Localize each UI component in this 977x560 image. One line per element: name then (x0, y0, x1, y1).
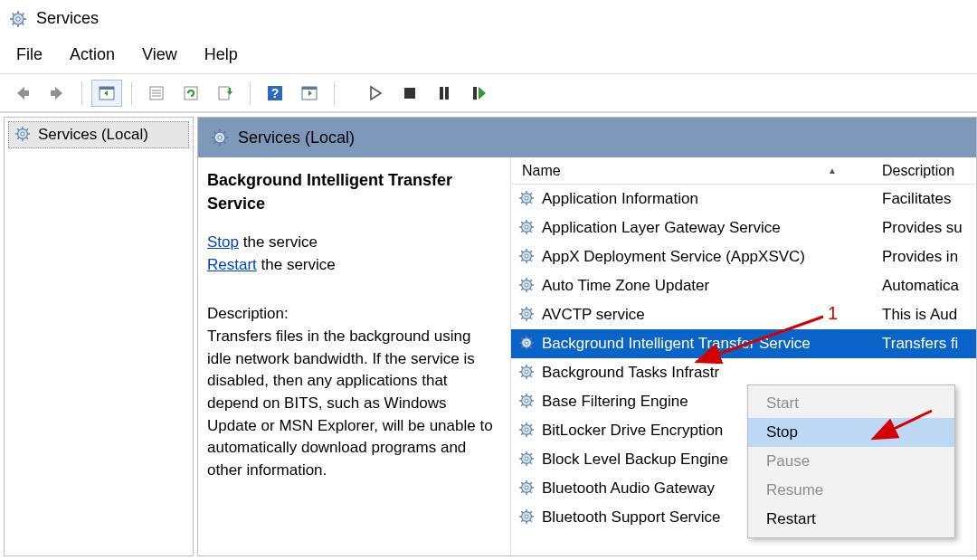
properties-button[interactable] (141, 80, 172, 107)
service-row[interactable]: AVCTP serviceThis is Aud (511, 300, 976, 329)
svg-marker-11 (17, 87, 24, 100)
titlebar: Services (0, 0, 977, 38)
gear-icon (518, 219, 536, 237)
gear-icon (518, 422, 536, 440)
service-desc-cell: This is Aud (873, 306, 957, 324)
service-name-text: AVCTP service (542, 306, 645, 324)
column-header-name[interactable]: Name ▲ (511, 163, 873, 179)
service-name-text: Base Filtering Engine (542, 393, 688, 411)
export-button[interactable] (210, 80, 241, 107)
service-row[interactable]: AppX Deployment Service (AppXSVC)Provide… (511, 242, 976, 271)
service-desc-cell: Transfers fi (873, 335, 958, 353)
menu-file[interactable]: File (16, 45, 43, 64)
svg-rect-24 (219, 87, 229, 100)
service-name-text: AppX Deployment Service (AppXSVC) (542, 248, 805, 266)
ctx-resume[interactable]: Resume (748, 476, 954, 505)
restart-suffix: the service (257, 256, 336, 273)
annotation-one: 1 (828, 303, 838, 324)
description-text: Transfers files in the background using … (207, 326, 496, 481)
ctx-pause[interactable]: Pause (748, 447, 954, 476)
service-row[interactable]: Background Intelligent Transfer ServiceT… (511, 329, 976, 358)
app-icon (9, 10, 27, 28)
gear-icon (518, 364, 536, 382)
ctx-restart[interactable]: Restart (748, 505, 954, 534)
service-desc-cell: Provides su (873, 219, 963, 237)
description-label: Description: (207, 303, 496, 326)
gear-icon (518, 451, 536, 469)
refresh-button[interactable] (175, 80, 206, 107)
svg-rect-36 (473, 87, 477, 100)
service-name-cell: AVCTP service (511, 306, 873, 324)
service-desc-cell: Facilitates (873, 190, 952, 208)
stop-service-link[interactable]: Stop (207, 233, 239, 251)
service-name-text: Bluetooth Support Service (542, 508, 721, 527)
svg-rect-16 (100, 87, 114, 90)
gear-icon (518, 306, 536, 324)
show-hide-tree-button[interactable] (91, 80, 122, 107)
gear-icon (518, 190, 536, 208)
tree-root-services-local[interactable]: Services (Local) (8, 121, 189, 148)
service-name-text: Background Tasks Infrastr (542, 364, 719, 382)
service-name-cell: Auto Time Zone Updater (511, 277, 873, 295)
service-name-cell: Application Layer Gateway Service (511, 219, 873, 237)
nav-back-button[interactable] (7, 80, 38, 107)
service-name-text: Block Level Backup Engine (542, 451, 728, 469)
service-row[interactable]: Auto Time Zone UpdaterAutomatica (511, 271, 976, 300)
service-name-text: Background Intelligent Transfer Service (542, 335, 811, 353)
ctx-start[interactable]: Start (748, 389, 954, 418)
nav-forward-button[interactable] (42, 80, 72, 107)
start-service-button[interactable] (360, 80, 391, 107)
menubar: File Action View Help (0, 38, 977, 74)
menu-help[interactable]: Help (204, 45, 238, 64)
menu-view[interactable]: View (142, 45, 177, 64)
svg-rect-12 (24, 90, 29, 96)
service-name-text: Application Information (542, 190, 698, 208)
service-name-text: BitLocker Drive Encryption (542, 422, 723, 440)
svg-rect-14 (51, 90, 56, 96)
restart-service-button[interactable] (463, 80, 494, 107)
gear-icon (518, 277, 536, 295)
detail-panel: Background Intelligent Transfer Service … (198, 157, 510, 555)
sort-asc-icon: ▲ (828, 166, 837, 176)
toolbar-separator (250, 81, 251, 105)
gear-icon (518, 508, 536, 527)
toolbar: ? (0, 74, 977, 112)
column-header-description[interactable]: Description (873, 163, 954, 179)
selected-service-title: Background Intelligent Transfer Service (207, 168, 496, 215)
right-pane-title: Services (Local) (238, 128, 355, 147)
svg-text:?: ? (271, 86, 280, 100)
svg-rect-33 (404, 88, 415, 99)
service-desc-cell: Provides in (873, 248, 958, 266)
gear-icon (518, 335, 536, 353)
ctx-stop[interactable]: Stop (748, 418, 954, 447)
menu-action[interactable]: Action (70, 45, 115, 64)
service-name-cell: Background Intelligent Transfer Service (511, 335, 873, 353)
service-name-cell: Background Tasks Infrastr (511, 364, 873, 382)
tree-pane: Services (Local) (4, 117, 194, 556)
pause-service-button[interactable] (429, 80, 460, 107)
service-name-cell: AppX Deployment Service (AppXSVC) (511, 248, 873, 266)
stop-service-button[interactable] (394, 80, 425, 107)
svg-marker-32 (371, 87, 381, 100)
service-name-cell: Application Information (511, 190, 873, 208)
svg-rect-22 (185, 87, 197, 100)
svg-rect-34 (440, 87, 443, 100)
service-row[interactable]: Application Layer Gateway ServiceProvide… (511, 214, 976, 242)
svg-rect-35 (445, 87, 449, 100)
right-pane-header: Services (Local) (198, 118, 976, 157)
service-row[interactable]: Application InformationFacilitates (511, 185, 976, 214)
help-button[interactable]: ? (260, 80, 290, 107)
show-hide-action-button[interactable] (294, 80, 325, 107)
list-header: Name ▲ Description (511, 157, 976, 185)
gear-icon (518, 393, 536, 411)
service-row[interactable]: Background Tasks Infrastr (511, 358, 976, 387)
service-name-text: Auto Time Zone Updater (542, 277, 709, 295)
restart-service-link[interactable]: Restart (207, 256, 257, 273)
context-menu: Start Stop Pause Resume Restart (747, 384, 955, 538)
svg-marker-13 (55, 87, 62, 100)
gear-icon (518, 479, 536, 498)
svg-rect-30 (302, 87, 317, 90)
toolbar-separator (131, 81, 132, 105)
toolbar-separator (334, 81, 335, 105)
service-desc-cell: Automatica (873, 277, 959, 295)
